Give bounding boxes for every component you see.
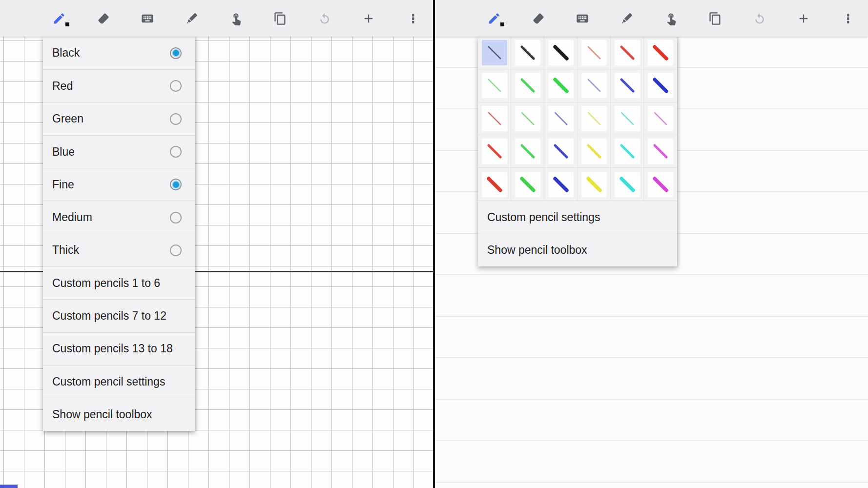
pencil-panel-items: Custom pencil settingsShow pencil toolbo… bbox=[478, 201, 677, 266]
pencil-swatch-custom-15[interactable] bbox=[544, 168, 578, 201]
pencil-stroke-preview bbox=[482, 106, 507, 131]
pencil-swatch-custom-13[interactable] bbox=[478, 168, 511, 201]
menu-item-custom-pencils-7-to-12[interactable]: Custom pencils 7 to 12 bbox=[43, 299, 195, 332]
left-toolbar bbox=[0, 0, 433, 37]
pages-tool-icon[interactable] bbox=[703, 4, 727, 33]
right-note-pane: Custom pencil settingsShow pencil toolbo… bbox=[435, 0, 868, 488]
menu-item-label: Thick bbox=[52, 244, 79, 257]
radio-unselected-icon bbox=[170, 146, 182, 158]
pencil-swatch-custom-10[interactable] bbox=[578, 135, 611, 168]
pencil-swatch-blue-thick[interactable] bbox=[644, 69, 677, 102]
pencil-swatch-green-fine[interactable] bbox=[478, 69, 511, 102]
pencil-swatch-custom-7[interactable] bbox=[478, 135, 511, 168]
pencil-stroke-preview bbox=[615, 40, 640, 65]
pencil-stroke-preview bbox=[515, 40, 540, 65]
keyboard-tool-icon[interactable] bbox=[135, 4, 160, 33]
pencil-swatch-custom-17[interactable] bbox=[611, 168, 644, 201]
undo-icon[interactable] bbox=[312, 4, 337, 33]
menu-item-custom-pencils-13-to-18[interactable]: Custom pencils 13 to 18 bbox=[43, 332, 195, 365]
pencil-stroke-preview bbox=[515, 172, 540, 197]
marker-tool-icon[interactable] bbox=[615, 4, 639, 33]
pencil-swatch-custom-11[interactable] bbox=[611, 135, 644, 168]
pencil-swatch-custom-14[interactable] bbox=[511, 168, 544, 201]
pencil-swatch-custom-4[interactable] bbox=[578, 102, 611, 135]
pencil-stroke-preview bbox=[581, 139, 607, 164]
pencil-stroke-preview bbox=[515, 139, 540, 164]
menu-item-thick[interactable]: Thick bbox=[43, 234, 195, 266]
eraser-tool-icon[interactable] bbox=[526, 4, 551, 33]
pencil-stroke-preview bbox=[482, 73, 507, 98]
pencil-swatch-custom-5[interactable] bbox=[611, 102, 644, 135]
panel-item-show-pencil-toolbox[interactable]: Show pencil toolbox bbox=[478, 234, 677, 266]
pencil-swatch-panel: Custom pencil settingsShow pencil toolbo… bbox=[478, 37, 677, 266]
pencil-swatch-blue-fine[interactable] bbox=[578, 69, 611, 102]
menu-item-label: Custom pencils 7 to 12 bbox=[52, 309, 166, 323]
overflow-menu-icon[interactable] bbox=[836, 4, 860, 33]
pencil-stroke-preview bbox=[548, 172, 574, 197]
marker-tool-icon[interactable] bbox=[180, 4, 204, 33]
menu-item-red[interactable]: Red bbox=[43, 69, 195, 102]
add-page-icon[interactable] bbox=[356, 4, 381, 33]
radio-unselected-icon bbox=[170, 80, 182, 92]
hand-tool-icon[interactable] bbox=[659, 4, 683, 33]
pencil-swatch-custom-6[interactable] bbox=[644, 102, 677, 135]
pencil-swatch-custom-2[interactable] bbox=[511, 102, 544, 135]
pencil-stroke-preview bbox=[548, 40, 574, 65]
pencil-swatch-red-fine[interactable] bbox=[578, 37, 611, 69]
pencil-swatch-custom-8[interactable] bbox=[511, 135, 544, 168]
menu-item-custom-pencils-1-to-6[interactable]: Custom pencils 1 to 6 bbox=[43, 266, 195, 299]
pencil-stroke-preview bbox=[581, 73, 607, 98]
menu-item-medium[interactable]: Medium bbox=[43, 201, 195, 233]
pencil-swatch-custom-18[interactable] bbox=[644, 168, 677, 201]
pencil-stroke-preview bbox=[548, 73, 574, 98]
pencil-swatch-green-medium[interactable] bbox=[511, 69, 544, 102]
pencil-stroke-preview bbox=[482, 40, 507, 65]
menu-item-fine[interactable]: Fine bbox=[43, 168, 195, 201]
undo-icon[interactable] bbox=[747, 4, 772, 33]
menu-item-show-pencil-toolbox[interactable]: Show pencil toolbox bbox=[43, 398, 195, 430]
left-note-pane: BlackRedGreenBlueFineMediumThickCustom p… bbox=[0, 0, 433, 488]
pencil-swatch-red-medium[interactable] bbox=[611, 37, 644, 69]
keyboard-tool-icon[interactable] bbox=[570, 4, 595, 33]
pencil-options-menu: BlackRedGreenBlueFineMediumThickCustom p… bbox=[43, 37, 195, 431]
pencil-stroke-preview bbox=[648, 73, 673, 98]
panel-item-custom-pencil-settings[interactable]: Custom pencil settings bbox=[478, 201, 677, 233]
menu-item-black[interactable]: Black bbox=[43, 37, 195, 69]
menu-item-label: Medium bbox=[52, 211, 92, 224]
pencil-swatch-custom-1[interactable] bbox=[478, 102, 511, 135]
pages-tool-icon[interactable] bbox=[268, 4, 292, 33]
pencil-swatch-blue-medium[interactable] bbox=[611, 69, 644, 102]
pencil-swatch-black-fine[interactable] bbox=[478, 37, 511, 69]
pencil-tool-icon[interactable] bbox=[482, 4, 506, 33]
eraser-tool-icon[interactable] bbox=[91, 4, 116, 33]
menu-item-custom-pencil-settings[interactable]: Custom pencil settings bbox=[43, 365, 195, 398]
pencil-swatch-green-thick[interactable] bbox=[544, 69, 578, 102]
pencil-stroke-preview bbox=[581, 40, 607, 65]
pencil-stroke-preview bbox=[482, 139, 507, 164]
menu-item-label: Blue bbox=[52, 145, 75, 159]
pencil-stroke-preview bbox=[615, 172, 640, 197]
pencil-stroke-preview bbox=[648, 40, 673, 65]
pencil-swatch-black-thick[interactable] bbox=[544, 37, 578, 69]
pencil-swatch-custom-12[interactable] bbox=[644, 135, 677, 168]
pencil-stroke-preview bbox=[515, 106, 540, 131]
pencil-swatch-custom-16[interactable] bbox=[578, 168, 611, 201]
pencil-tool-icon[interactable] bbox=[47, 4, 71, 33]
hand-tool-icon[interactable] bbox=[224, 4, 248, 33]
pencil-swatch-black-medium[interactable] bbox=[511, 37, 544, 69]
add-page-icon[interactable] bbox=[791, 4, 816, 33]
pencil-swatch-red-thick[interactable] bbox=[644, 37, 677, 69]
pencil-stroke-preview bbox=[648, 172, 673, 197]
pencil-swatch-custom-3[interactable] bbox=[544, 102, 578, 135]
radio-unselected-icon bbox=[170, 212, 182, 224]
overflow-menu-icon[interactable] bbox=[401, 4, 425, 33]
menu-item-label: Custom pencils 13 to 18 bbox=[52, 342, 173, 355]
menu-item-label: Custom pencil settings bbox=[52, 375, 165, 388]
menu-item-blue[interactable]: Blue bbox=[43, 135, 195, 168]
pencil-swatch-custom-9[interactable] bbox=[544, 135, 578, 168]
radio-selected-icon bbox=[170, 179, 182, 190]
pencil-swatch-grid bbox=[478, 37, 677, 201]
pencil-stroke-preview bbox=[581, 172, 607, 197]
split-screen-divider bbox=[433, 0, 435, 488]
menu-item-green[interactable]: Green bbox=[43, 102, 195, 135]
